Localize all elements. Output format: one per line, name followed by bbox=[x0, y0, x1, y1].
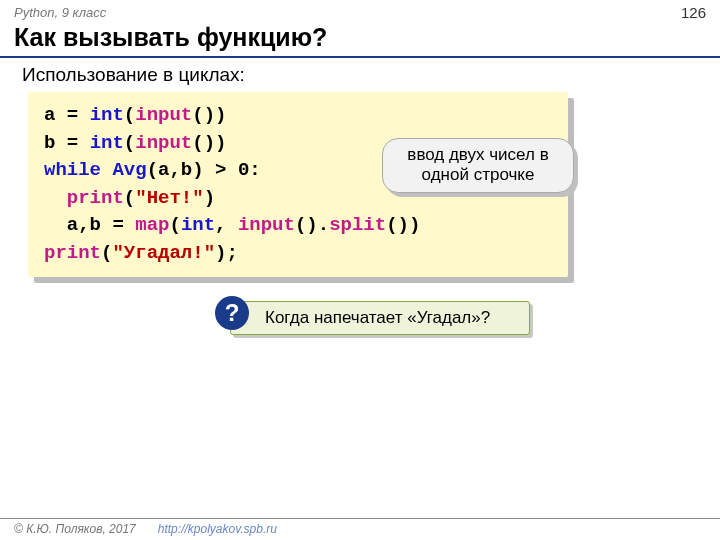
course-label: Python, 9 класс bbox=[14, 5, 106, 20]
callout: ввод двух чисел в одной строчке bbox=[382, 138, 574, 193]
callout-box: ввод двух чисел в одной строчке bbox=[382, 138, 574, 193]
callout-line-1: ввод двух чисел в bbox=[399, 145, 557, 165]
question-badge: ? bbox=[215, 296, 249, 330]
callout-line-2: одной строчке bbox=[399, 165, 557, 185]
header: Python, 9 класс 126 bbox=[0, 0, 720, 21]
code-line-6: print("Угадал!"); bbox=[44, 240, 552, 268]
footer-url: http://kpolyakov.spb.ru bbox=[158, 522, 277, 536]
code-line-1: a = int(input()) bbox=[44, 102, 552, 130]
code-line-5: a,b = map(int, input().split()) bbox=[44, 212, 552, 240]
subtitle: Использование в циклах: bbox=[0, 58, 720, 92]
slide-title: Как вызывать функцию? bbox=[0, 21, 720, 54]
question-box: ? Когда напечатает «Угадал»? bbox=[230, 301, 530, 335]
footer-rule bbox=[0, 518, 720, 519]
code-block: a = int(input()) b = int(input()) while … bbox=[28, 92, 568, 277]
page-number: 126 bbox=[681, 4, 706, 21]
question: ? Когда напечатает «Угадал»? bbox=[230, 301, 530, 335]
question-text: Когда напечатает «Угадал»? bbox=[265, 308, 490, 327]
copyright: © К.Ю. Поляков, 2017 bbox=[14, 522, 136, 536]
footer: © К.Ю. Поляков, 2017 http://kpolyakov.sp… bbox=[0, 518, 720, 540]
